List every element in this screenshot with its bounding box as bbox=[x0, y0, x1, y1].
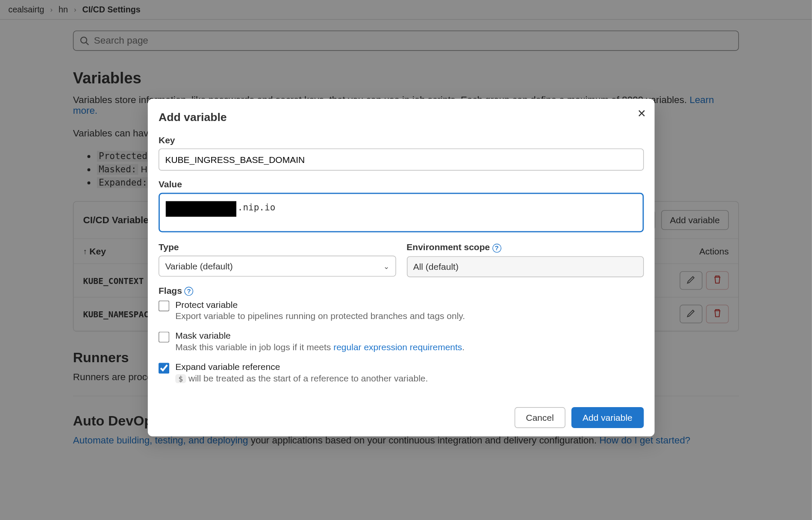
value-suffix: .nip.io bbox=[238, 202, 276, 213]
mask-variable-desc: Mask this variable in job logs if it mee… bbox=[175, 342, 465, 352]
mask-variable-checkbox[interactable] bbox=[159, 332, 169, 343]
regex-requirements-link[interactable]: regular expression requirements bbox=[333, 342, 462, 352]
env-scope-select[interactable]: All (default) bbox=[406, 256, 644, 277]
modal-title: Add variable bbox=[159, 111, 644, 124]
protect-variable-checkbox[interactable] bbox=[159, 301, 169, 311]
value-label: Value bbox=[159, 179, 644, 189]
key-input[interactable] bbox=[159, 148, 644, 171]
type-label: Type bbox=[159, 242, 396, 252]
mask-variable-title: Mask variable bbox=[175, 331, 465, 341]
add-variable-modal: ✕ Add variable Key Value .nip.io Type Va… bbox=[148, 99, 655, 437]
redacted-value bbox=[166, 201, 236, 216]
close-icon[interactable]: ✕ bbox=[637, 107, 646, 121]
help-icon[interactable]: ? bbox=[184, 287, 193, 296]
flags-label: Flags? bbox=[159, 285, 644, 296]
dollar-chip: $ bbox=[175, 374, 186, 383]
chevron-down-icon: ⌄ bbox=[383, 262, 389, 271]
env-scope-label: Environment scope? bbox=[406, 242, 644, 253]
key-label: Key bbox=[159, 135, 644, 145]
protect-variable-desc: Export variable to pipelines running on … bbox=[175, 311, 465, 321]
value-textarea[interactable]: .nip.io bbox=[159, 193, 644, 232]
protect-variable-title: Protect variable bbox=[175, 299, 465, 310]
submit-add-variable-button[interactable]: Add variable bbox=[571, 407, 644, 428]
expand-variable-title: Expand variable reference bbox=[175, 362, 428, 372]
help-icon[interactable]: ? bbox=[492, 243, 501, 252]
expand-variable-checkbox[interactable] bbox=[159, 363, 169, 373]
expand-variable-desc: $ will be treated as the start of a refe… bbox=[175, 373, 428, 383]
cancel-button[interactable]: Cancel bbox=[515, 407, 565, 428]
type-select[interactable]: Variable (default)⌄ bbox=[159, 256, 396, 277]
